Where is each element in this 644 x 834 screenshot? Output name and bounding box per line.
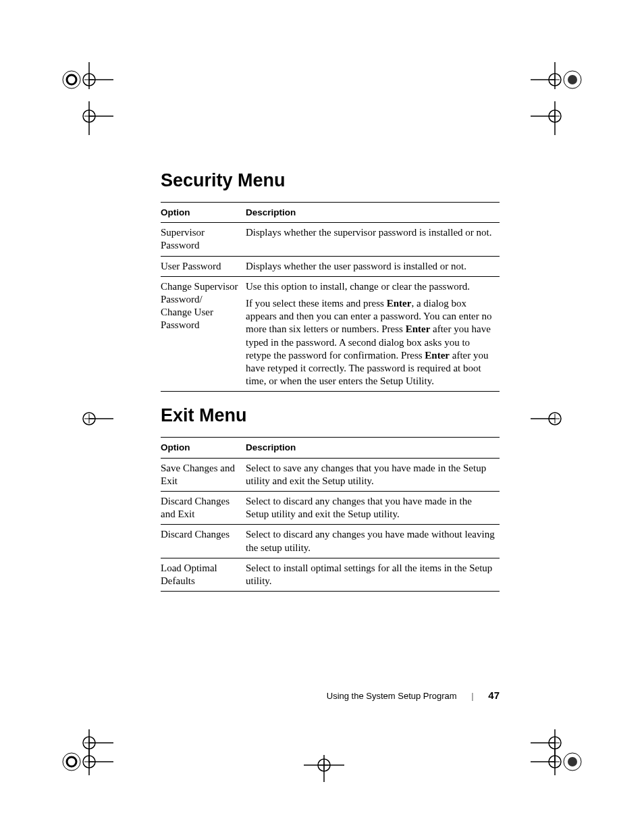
description-cell: Displays whether the user password is in…: [246, 256, 500, 276]
footer-title: Using the System Setup Program: [327, 691, 457, 701]
description-cell: Displays whether the supervisor password…: [246, 223, 500, 256]
crop-mark-mid-right: [531, 405, 585, 432]
table-row: Load Optimal DefaultsSelect to install o…: [161, 558, 500, 591]
page-footer: Using the System Setup Program | 47: [0, 689, 500, 701]
option-cell: Change Supervisor Password/ Change User …: [161, 276, 246, 392]
crop-mark-bot-left-2: [59, 748, 113, 782]
col-header-option: Option: [161, 203, 246, 223]
table-row: Save Changes and ExitSelect to save any …: [161, 458, 500, 491]
description-cell: Select to save any changes that you have…: [246, 458, 500, 491]
table-row: User PasswordDisplays whether the user p…: [161, 256, 500, 276]
svg-point-0: [63, 71, 80, 88]
option-cell: Supervisor Password: [161, 223, 246, 256]
heading-exit-menu: Exit Menu: [161, 405, 500, 426]
security-table: Option Description Supervisor PasswordDi…: [161, 202, 500, 392]
page-content: Security Menu Option Description Supervi…: [161, 170, 500, 592]
crop-mark-mid-left: [59, 405, 113, 432]
table-row: Change Supervisor Password/ Change User …: [161, 276, 500, 392]
option-cell: Discard Changes: [161, 525, 246, 558]
table-row: Discard Changes and ExitSelect to discar…: [161, 491, 500, 524]
description-cell: Select to discard any changes you have m…: [246, 525, 500, 558]
crop-mark-top-left-2: [59, 101, 113, 135]
table-row: Supervisor PasswordDisplays whether the …: [161, 223, 500, 256]
table-row: Discard ChangesSelect to discard any cha…: [161, 525, 500, 558]
svg-point-55: [568, 757, 577, 766]
crop-mark-top-right-2: [531, 101, 585, 135]
svg-point-1: [67, 75, 76, 84]
option-cell: Load Optimal Defaults: [161, 558, 246, 591]
crop-mark-bot-center: [297, 748, 351, 782]
description-cell: Select to install optimal settings for a…: [246, 558, 500, 591]
svg-point-18: [568, 75, 577, 84]
svg-point-38: [67, 757, 76, 766]
description-cell: Select to discard any changes that you h…: [246, 491, 500, 524]
page-number: 47: [488, 689, 500, 701]
heading-security-menu: Security Menu: [161, 170, 500, 191]
col-header-description: Description: [246, 203, 500, 223]
option-cell: User Password: [161, 256, 246, 276]
option-cell: Discard Changes and Exit: [161, 491, 246, 524]
svg-point-37: [63, 753, 80, 771]
exit-table: Option Description Save Changes and Exit…: [161, 437, 500, 592]
crop-mark-bot-right-2: [531, 748, 585, 782]
col-header-description: Description: [246, 438, 500, 458]
col-header-option: Option: [161, 438, 246, 458]
option-cell: Save Changes and Exit: [161, 458, 246, 491]
footer-separator: |: [471, 691, 473, 701]
description-cell: Use this option to install, change or cl…: [246, 276, 500, 392]
